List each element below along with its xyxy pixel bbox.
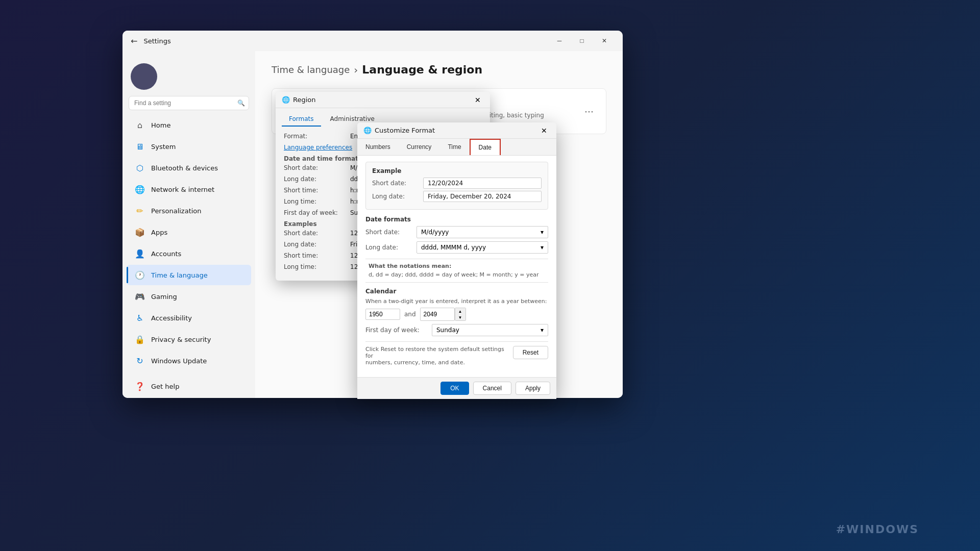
windows-watermark: #WINDOWS xyxy=(836,523,919,536)
maximize-button[interactable]: □ xyxy=(572,34,592,48)
dow-select[interactable]: Sunday ▾ xyxy=(432,324,548,336)
sidebar-item-accounts[interactable]: 👤 Accounts xyxy=(127,243,251,264)
year-to-wrap: ▲ ▼ xyxy=(420,308,466,321)
sidebar-item-time-label: Time & language xyxy=(151,271,208,279)
sidebar-item-time[interactable]: 🕐 Time & language xyxy=(127,265,251,285)
sidebar-item-personalization[interactable]: ✏ Personalization xyxy=(127,201,251,221)
region-tab-formats[interactable]: Formats xyxy=(282,112,321,127)
title-bar: ← Settings ─ □ ✕ xyxy=(122,31,623,51)
tab-numbers[interactable]: Numbers xyxy=(357,139,399,155)
tab-date[interactable]: Date xyxy=(470,139,501,155)
sidebar-item-home-label: Home xyxy=(151,121,170,129)
example-short-date-value: 12/20/2024 xyxy=(423,178,542,189)
sidebar-item-network[interactable]: 🌐 Network & internet xyxy=(127,179,251,199)
privacy-icon: 🔒 xyxy=(135,334,145,344)
region-dialog-title: 🌐 Region xyxy=(282,96,316,104)
ex-long-time-label: Long time: xyxy=(284,263,350,270)
sidebar-item-get-help[interactable]: ❓ Get help xyxy=(127,376,251,396)
breadcrumb: Time & language › Language & region xyxy=(272,63,606,76)
customize-title-bar: 🌐 Customize Format ✕ xyxy=(357,122,556,139)
tab-currency[interactable]: Currency xyxy=(399,139,440,155)
customize-close-button[interactable]: ✕ xyxy=(538,124,550,137)
sidebar-item-privacy[interactable]: 🔒 Privacy & security xyxy=(127,329,251,349)
sidebar-item-gaming-label: Gaming xyxy=(151,293,177,300)
sidebar-item-personalization-label: Personalization xyxy=(151,207,202,215)
sidebar-item-accounts-label: Accounts xyxy=(151,250,181,258)
dow-dropdown-icon: ▾ xyxy=(541,327,544,334)
title-bar-left: ← Settings xyxy=(131,36,171,46)
sidebar-item-privacy-label: Privacy & security xyxy=(151,336,211,343)
calendar-desc: When a two-digit year is entered, interp… xyxy=(365,298,548,305)
breadcrumb-parent: Time & language xyxy=(272,64,350,75)
long-date-label: Long date: xyxy=(284,176,350,183)
year-to-input[interactable] xyxy=(420,308,455,321)
dow-value: Sunday xyxy=(436,327,459,334)
sidebar-item-network-label: Network & internet xyxy=(151,186,214,193)
year-up-button[interactable]: ▲ xyxy=(455,308,465,314)
minimize-button[interactable]: ─ xyxy=(549,34,570,48)
search-icon: 🔍 xyxy=(237,99,245,107)
sidebar-item-bluetooth[interactable]: ⬡ Bluetooth & devices xyxy=(127,158,251,178)
date-formats-section: Date formats Short date: M/d/yyyy ▾ Long… xyxy=(365,216,548,254)
accounts-icon: 👤 xyxy=(135,248,145,259)
tab-time[interactable]: Time xyxy=(439,139,469,155)
search-box: 🔍 xyxy=(129,96,249,110)
update-icon: ↻ xyxy=(135,356,145,366)
sidebar-item-apps-label: Apps xyxy=(151,229,167,236)
sidebar: 🔍 ⌂ Home 🖥 System ⬡ Bluetooth & devices … xyxy=(122,51,255,398)
long-date-format-select[interactable]: dddd, MMMM d, yyyy ▾ xyxy=(416,241,548,254)
ok-button[interactable]: OK xyxy=(440,382,469,395)
example-section: Example Short date: 12/20/2024 Long date… xyxy=(365,162,548,210)
title-bar-title: Settings xyxy=(143,37,170,45)
date-formats-title: Date formats xyxy=(365,216,548,223)
region-dialog-close-button[interactable]: ✕ xyxy=(472,94,484,106)
short-date-format-select[interactable]: M/d/yyyy ▾ xyxy=(416,226,548,238)
sidebar-item-update[interactable]: ↻ Windows Update xyxy=(127,350,251,371)
reset-note-text: Click Reset to restore the system defaul… xyxy=(365,346,505,366)
sidebar-item-system[interactable]: 🖥 System xyxy=(127,136,251,157)
customize-dialog-footer: OK Cancel Apply xyxy=(357,377,556,399)
year-from-input[interactable] xyxy=(365,309,400,320)
long-date-format-label: Long date: xyxy=(365,244,416,251)
system-icon: 🖥 xyxy=(135,141,145,152)
year-range-row: and ▲ ▼ xyxy=(365,308,548,321)
example-long-date-label: Long date: xyxy=(372,193,423,200)
year-spinner: ▲ ▼ xyxy=(455,308,466,321)
sidebar-item-home[interactable]: ⌂ Home xyxy=(127,115,251,135)
region-globe-icon: 🌐 xyxy=(282,96,290,104)
time-icon: 🕐 xyxy=(135,270,145,280)
back-icon[interactable]: ← xyxy=(131,36,137,46)
network-icon: 🌐 xyxy=(135,184,145,194)
gaming-icon: 🎮 xyxy=(135,291,145,302)
title-bar-controls: ─ □ ✕ xyxy=(549,34,615,48)
dow-label: First day of week: xyxy=(365,327,432,334)
long-date-dropdown-icon: ▾ xyxy=(541,244,544,251)
cancel-button[interactable]: Cancel xyxy=(473,382,511,395)
sidebar-item-accessibility[interactable]: ♿ Accessibility xyxy=(127,308,251,328)
sidebar-item-gaming[interactable]: 🎮 Gaming xyxy=(127,286,251,307)
sidebar-item-accessibility-label: Accessibility xyxy=(151,314,192,322)
apply-button[interactable]: Apply xyxy=(516,382,550,395)
home-icon: ⌂ xyxy=(135,120,145,130)
example-title: Example xyxy=(372,167,542,174)
day-of-week-row: First day of week: Sunday ▾ xyxy=(365,324,548,336)
notation-section: What the notations mean: d, dd = day; dd… xyxy=(365,259,548,283)
sidebar-item-feedback[interactable]: 💬 Give feedback xyxy=(127,397,251,398)
notation-title: What the notations mean: xyxy=(369,263,451,269)
ex-short-date-label: Short date: xyxy=(284,230,350,237)
sidebar-item-apps[interactable]: 📦 Apps xyxy=(127,222,251,242)
bluetooth-icon: ⬡ xyxy=(135,163,145,173)
reset-note: Click Reset to restore the system defaul… xyxy=(365,341,548,366)
more-options-icon[interactable]: ⋯ xyxy=(584,106,594,117)
reset-button[interactable]: Reset xyxy=(513,346,548,359)
sidebar-item-update-label: Windows Update xyxy=(151,357,207,365)
calendar-section: Calendar When a two-digit year is entere… xyxy=(365,288,548,336)
region-format-label: Format: xyxy=(284,133,350,140)
sidebar-bottom: ❓ Get help 💬 Give feedback xyxy=(122,371,255,398)
close-button[interactable]: ✕ xyxy=(594,34,615,48)
customize-title: 🌐 Customize Format xyxy=(363,127,435,134)
first-day-label: First day of week: xyxy=(284,209,350,216)
year-down-button[interactable]: ▼ xyxy=(455,314,465,320)
ex-short-time-label: Short time: xyxy=(284,252,350,259)
search-input[interactable] xyxy=(129,96,249,110)
